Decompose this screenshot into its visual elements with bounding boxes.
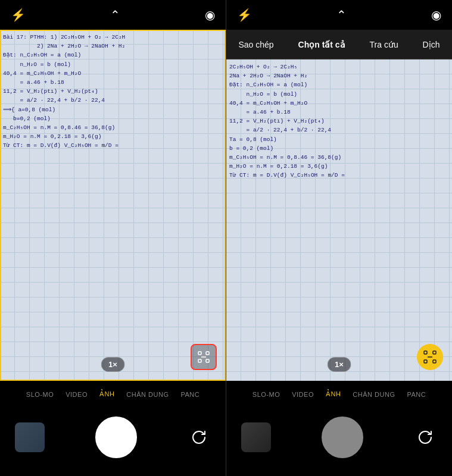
right-zoom-indicator[interactable]: 1× xyxy=(327,357,351,372)
svg-rect-7 xyxy=(424,360,427,363)
chevron-icon-left[interactable]: ⌃ xyxy=(110,8,120,22)
left-mode-anh[interactable]: ẢNH xyxy=(99,390,114,398)
svg-rect-3 xyxy=(206,359,209,362)
svg-rect-6 xyxy=(433,351,436,354)
camera-off-icon-right[interactable]: ◉ xyxy=(431,8,441,22)
right-mode-video[interactable]: VIDEO xyxy=(292,391,314,398)
left-zoom-indicator[interactable]: 1× xyxy=(101,357,125,372)
svg-rect-1 xyxy=(206,352,209,355)
right-mode-slomo[interactable]: SLO-MO xyxy=(253,391,280,398)
left-notebook: Bài 17: PTHH: 1) 2C₂H₅OH + O₂ → 2C₂H 2) … xyxy=(0,30,226,381)
svg-rect-5 xyxy=(424,351,427,354)
left-mode-chandung[interactable]: CHÂN DUNG xyxy=(126,391,169,398)
left-scanner-icon[interactable] xyxy=(191,344,217,370)
context-menu-chontatca[interactable]: Chọn tất cả xyxy=(292,35,351,54)
svg-rect-0 xyxy=(198,352,201,355)
left-math-content: Bài 17: PTHH: 1) 2C₂H₅OH + O₂ → 2C₂H 2) … xyxy=(3,33,223,378)
right-mode-pano[interactable]: PANC xyxy=(407,391,426,398)
camera-off-icon-left[interactable]: ◉ xyxy=(205,8,215,22)
right-mode-anh[interactable]: ẢNH xyxy=(326,390,341,398)
left-thumbnail[interactable] xyxy=(15,422,45,452)
right-rotate-icon[interactable] xyxy=(413,425,437,449)
svg-rect-8 xyxy=(433,360,436,363)
right-scanner-icon[interactable] xyxy=(417,344,443,370)
flash-icon-right[interactable]: ⚡ xyxy=(237,8,252,22)
left-shutter-row xyxy=(0,408,226,467)
left-mode-video[interactable]: VIDEO xyxy=(66,391,88,398)
right-panel: ⚡ ⌃ ◉ Sao chép Chọn tất cả Tra cứu Dịch … xyxy=(226,0,452,476)
flash-icon-left[interactable]: ⚡ xyxy=(11,8,26,22)
left-status-bar: ⚡ ⌃ ◉ xyxy=(0,0,226,30)
right-viewfinder: 2C₂H₅OH + O₂ → 2C₂H₅ 2Na + 2H₂O → 2NaOH … xyxy=(226,60,452,381)
right-thumbnail[interactable] xyxy=(241,422,271,452)
context-menu-dich[interactable]: Dịch xyxy=(417,35,446,54)
left-mode-selector: SLO-MO VIDEO ẢNH CHÂN DUNG PANC xyxy=(0,381,226,408)
left-viewfinder: Bài 17: PTHH: 1) 2C₂H₅OH + O₂ → 2C₂H 2) … xyxy=(0,30,226,381)
context-menu-tracuu[interactable]: Tra cứu xyxy=(364,35,404,54)
right-shutter-button[interactable] xyxy=(322,416,363,458)
right-notebook: 2C₂H₅OH + O₂ → 2C₂H₅ 2Na + 2H₂O → 2NaOH … xyxy=(226,60,452,381)
left-mode-slomo[interactable]: SLO-MO xyxy=(26,391,54,398)
right-mode-selector: SLO-MO VIDEO ẢNH CHÂN DUNG PANC xyxy=(226,381,452,408)
chevron-icon-right[interactable]: ⌃ xyxy=(336,8,347,22)
right-shutter-row xyxy=(226,408,452,467)
right-math-content: 2C₂H₅OH + O₂ → 2C₂H₅ 2Na + 2H₂O → 2NaOH … xyxy=(229,62,449,378)
right-bottom-controls: SLO-MO VIDEO ẢNH CHÂN DUNG PANC xyxy=(226,381,452,476)
right-status-bar: ⚡ ⌃ ◉ xyxy=(226,0,452,30)
left-mode-pano[interactable]: PANC xyxy=(180,391,199,398)
context-menu: Sao chép Chọn tất cả Tra cứu Dịch xyxy=(226,30,452,60)
left-rotate-icon[interactable] xyxy=(187,425,211,449)
left-bottom-controls: SLO-MO VIDEO ẢNH CHÂN DUNG PANC xyxy=(0,381,226,476)
left-shutter-button[interactable] xyxy=(95,416,137,458)
left-panel: ⚡ ⌃ ◉ Bài 17: PTHH: 1) 2C₂H₅OH + O₂ → 2C… xyxy=(0,0,226,476)
right-mode-chandung[interactable]: CHÂN DUNG xyxy=(353,391,395,398)
svg-rect-2 xyxy=(198,359,201,362)
context-menu-saochep[interactable]: Sao chép xyxy=(232,35,279,54)
